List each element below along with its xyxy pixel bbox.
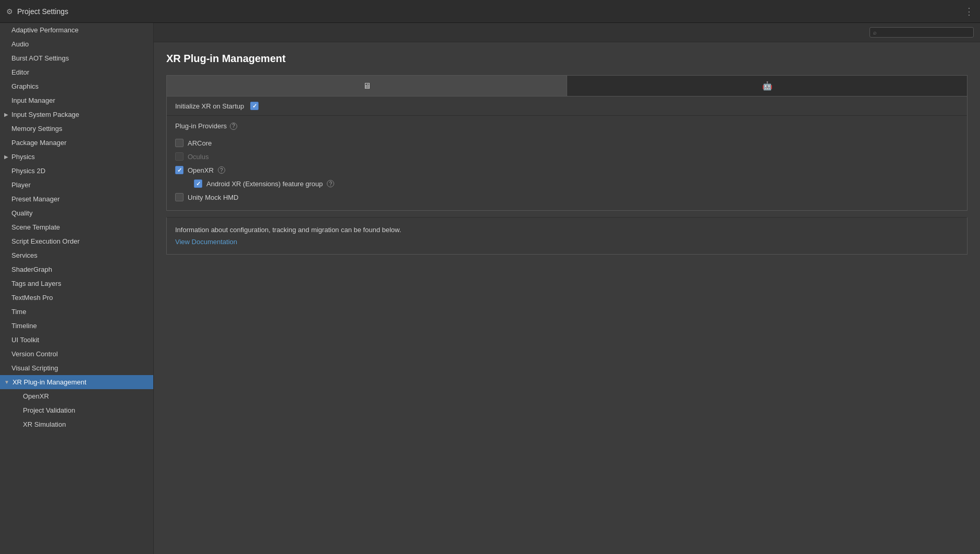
sidebar-item-player[interactable]: Player [0, 178, 153, 192]
provider-openxr: OpenXR ? [175, 163, 959, 177]
title-bar-menu-icon[interactable]: ⋮ [964, 6, 974, 17]
sidebar-item-openxr[interactable]: OpenXR [0, 389, 153, 403]
tab-android[interactable]: 🤖 [567, 76, 967, 96]
sidebar-item-script-execution-order[interactable]: Script Execution Order [0, 234, 153, 248]
sidebar-item-input-manager[interactable]: Input Manager [0, 93, 153, 107]
sidebar-item-editor[interactable]: Editor [0, 65, 153, 79]
view-documentation-link[interactable]: View Documentation [175, 238, 237, 246]
openxr-checkbox[interactable] [175, 166, 183, 174]
sidebar-item-project-validation[interactable]: Project Validation [0, 403, 153, 417]
providers-section: Plug-in Providers ? ARCore Oculus [167, 116, 967, 210]
arcore-label: ARCore [188, 139, 212, 147]
arcore-checkbox[interactable] [175, 139, 183, 147]
info-text: Information about configuration, trackin… [175, 226, 959, 234]
search-icon: ⌕ [873, 29, 877, 35]
sidebar: Adaptive Performance Audio Burst AOT Set… [0, 23, 154, 554]
providers-help-icon[interactable]: ? [230, 123, 237, 130]
sidebar-item-graphics[interactable]: Graphics [0, 79, 153, 93]
sidebar-item-physics-2d[interactable]: Physics 2D [0, 164, 153, 178]
sidebar-item-timeline[interactable]: Timeline [0, 319, 153, 333]
sidebar-item-textmesh-pro[interactable]: TextMesh Pro [0, 291, 153, 305]
sidebar-item-time[interactable]: Time [0, 305, 153, 319]
sidebar-item-audio[interactable]: Audio [0, 37, 153, 51]
arrow-down-icon: ▼ [4, 379, 9, 385]
sidebar-item-services[interactable]: Services [0, 248, 153, 262]
main-layout: Adaptive Performance Audio Burst AOT Set… [0, 23, 980, 554]
monitor-icon: 🖥 [363, 81, 371, 91]
android-xr-checkbox[interactable] [194, 179, 202, 188]
providers-header: Plug-in Providers ? [175, 122, 959, 130]
initialize-xr-label: Initialize XR on Startup [175, 102, 244, 110]
arrow-icon: ▶ [4, 112, 8, 117]
arrow-icon: ▶ [4, 154, 8, 160]
content-area: ⌕ XR Plug-in Management 🖥 🤖 Initializ [154, 23, 980, 554]
sidebar-item-package-manager[interactable]: Package Manager [0, 136, 153, 150]
sidebar-item-xr-plugin-management[interactable]: ▼ XR Plug-in Management [0, 375, 153, 389]
provider-arcore: ARCore [175, 136, 959, 150]
unity-mock-hmd-label: Unity Mock HMD [188, 194, 239, 201]
initialize-xr-checkbox[interactable] [250, 102, 259, 110]
search-bar: ⌕ [154, 23, 980, 42]
sidebar-item-visual-scripting[interactable]: Visual Scripting [0, 361, 153, 375]
sidebar-item-tags-and-layers[interactable]: Tags and Layers [0, 276, 153, 291]
android-xr-label: Android XR (Extensions) feature group [206, 180, 323, 188]
search-wrapper[interactable]: ⌕ [869, 27, 974, 38]
android-icon: 🤖 [762, 81, 773, 91]
sidebar-item-shader-graph[interactable]: ShaderGraph [0, 262, 153, 276]
openxr-help-icon[interactable]: ? [218, 166, 225, 174]
tab-pc[interactable]: 🖥 [167, 76, 567, 96]
unity-mock-hmd-checkbox[interactable] [175, 193, 183, 201]
search-input[interactable] [879, 29, 970, 36]
oculus-label: Oculus [188, 153, 209, 161]
sidebar-item-input-system-package[interactable]: ▶ Input System Package [0, 107, 153, 122]
sidebar-item-memory-settings[interactable]: Memory Settings [0, 122, 153, 136]
provider-android-xr: Android XR (Extensions) feature group ? [175, 177, 959, 190]
sidebar-item-adaptive-performance[interactable]: Adaptive Performance [0, 23, 153, 37]
sidebar-item-quality[interactable]: Quality [0, 206, 153, 220]
oculus-checkbox[interactable] [175, 152, 183, 161]
sidebar-item-xr-simulation[interactable]: XR Simulation [0, 417, 153, 431]
page-title: XR Plug-in Management [166, 53, 967, 65]
tabs-row: 🖥 🤖 [166, 75, 967, 97]
title-bar-left: ⚙ Project Settings [6, 7, 68, 16]
sidebar-item-version-control[interactable]: Version Control [0, 347, 153, 361]
settings-icon: ⚙ [6, 7, 13, 16]
sidebar-item-burst-aot-settings[interactable]: Burst AOT Settings [0, 51, 153, 65]
title-bar: ⚙ Project Settings ⋮ [0, 0, 980, 23]
sidebar-item-scene-template[interactable]: Scene Template [0, 220, 153, 234]
provider-oculus: Oculus [175, 150, 959, 163]
providers-title: Plug-in Providers [175, 122, 227, 130]
openxr-label: OpenXR [188, 166, 214, 174]
window-title: Project Settings [17, 7, 68, 16]
sidebar-item-physics[interactable]: ▶ Physics [0, 150, 153, 164]
initialize-xr-row: Initialize XR on Startup [167, 97, 967, 116]
sidebar-item-preset-manager[interactable]: Preset Manager [0, 192, 153, 206]
info-section: Information about configuration, trackin… [166, 217, 967, 255]
android-xr-help-icon[interactable]: ? [327, 180, 334, 187]
settings-panel: Initialize XR on Startup Plug-in Provide… [166, 97, 967, 211]
page-content: XR Plug-in Management 🖥 🤖 Initialize XR … [154, 42, 980, 554]
sidebar-item-ui-toolkit[interactable]: UI Toolkit [0, 333, 153, 347]
provider-unity-mock-hmd: Unity Mock HMD [175, 190, 959, 204]
